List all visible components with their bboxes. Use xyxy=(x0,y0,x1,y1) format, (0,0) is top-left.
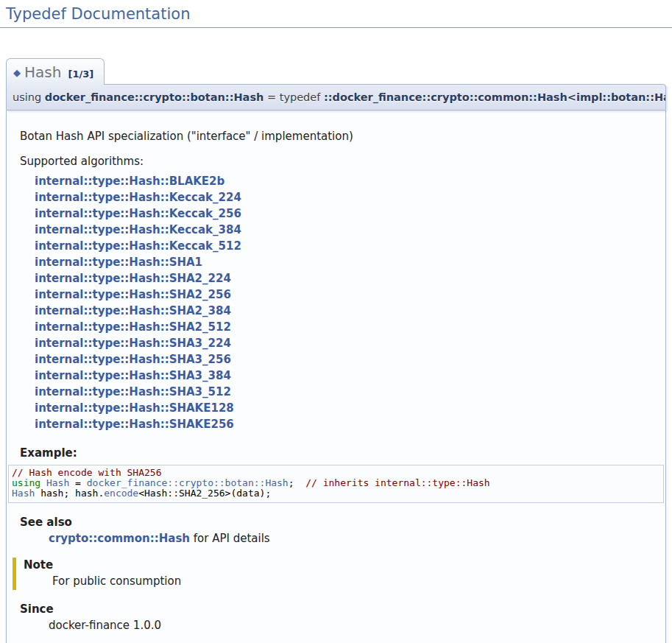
list-item: internal::type::Hash::SHA3_224 xyxy=(35,335,658,351)
algorithm-link[interactable]: internal::type::Hash::SHAKE128 xyxy=(35,401,234,415)
code-encode-link[interactable]: encode xyxy=(104,488,138,499)
algorithm-link[interactable]: internal::type::Hash::SHA2_224 xyxy=(35,272,231,285)
list-item: internal::type::Hash::SHA3_256 xyxy=(35,351,658,368)
code-text: hash; hash. xyxy=(35,488,104,499)
note-text: For public consumption xyxy=(52,575,658,588)
typedef-member-item: ◆Hash [1/3] using docker_finance::crypto… xyxy=(6,58,666,643)
algorithm-link[interactable]: internal::type::Hash::SHA3_224 xyxy=(35,337,231,350)
see-also-label: See also xyxy=(20,516,658,529)
example-label: Example: xyxy=(20,446,652,460)
code-comment: // Hash encode with SHA256 xyxy=(12,467,162,478)
list-item: internal::type::Hash::SHAKE256 xyxy=(35,416,658,432)
code-text: ; xyxy=(289,477,305,488)
algorithm-link[interactable]: internal::type::Hash::SHA3_384 xyxy=(35,369,231,382)
see-also-section: See also crypto::common::Hash for API de… xyxy=(20,516,658,545)
algorithm-link[interactable]: internal::type::Hash::Keccak_256 xyxy=(35,207,241,220)
note-section: Note For public consumption xyxy=(13,558,658,590)
list-item: internal::type::Hash::SHA3_512 xyxy=(35,384,658,400)
algorithm-link[interactable]: internal::type::Hash::SHA1 xyxy=(35,256,202,269)
algorithm-link[interactable]: internal::type::Hash::SHA2_384 xyxy=(35,304,231,317)
member-name: Hash xyxy=(24,63,61,81)
algorithm-link[interactable]: internal::type::Hash::Keccak_224 xyxy=(35,191,241,204)
algorithm-link[interactable]: internal::type::Hash::SHA3_512 xyxy=(35,385,231,398)
algorithm-link[interactable]: internal::type::Hash::SHA3_256 xyxy=(35,353,231,366)
typedef-connector: = typedef xyxy=(264,91,324,103)
see-also-content: crypto::common::Hash for API details xyxy=(49,532,658,545)
page-title: Typedef Documentation xyxy=(0,0,672,28)
algorithm-link[interactable]: internal::type::Hash::BLAKE2b xyxy=(35,175,224,188)
list-item: internal::type::Hash::SHA2_256 xyxy=(35,287,658,303)
code-line: using Hash = docker_finance::crypto::bot… xyxy=(12,478,660,488)
list-item: internal::type::Hash::Keccak_224 xyxy=(35,189,658,205)
code-text: = xyxy=(69,477,86,488)
code-keyword: using xyxy=(12,477,46,488)
code-example-block: // Hash encode with SHA256using Hash = d… xyxy=(8,465,664,503)
supported-algorithms-list: internal::type::Hash::BLAKE2b internal::… xyxy=(35,173,658,432)
algorithm-link[interactable]: internal::type::Hash::SHA2_512 xyxy=(35,320,231,334)
list-item: internal::type::Hash::Keccak_512 xyxy=(35,238,658,254)
using-keyword: using xyxy=(13,91,45,103)
since-label: Since xyxy=(20,602,658,616)
algorithm-link[interactable]: internal::type::Hash::Keccak_384 xyxy=(35,223,241,236)
algorithms-label: Supported algorithms: xyxy=(20,155,652,168)
typedef-name-link[interactable]: docker_finance::crypto::botan::Hash xyxy=(45,91,264,103)
typedef-prototype: using docker_finance::crypto::botan::Has… xyxy=(6,84,666,110)
code-hash-link[interactable]: Hash xyxy=(46,477,69,488)
list-item: internal::type::Hash::Keccak_384 xyxy=(35,222,658,238)
note-label: Note xyxy=(24,558,658,572)
list-item: internal::type::Hash::SHA1 xyxy=(35,254,658,270)
list-item: internal::type::Hash::SHA2_384 xyxy=(35,303,658,319)
member-documentation: Botan Hash API specialization ("interfac… xyxy=(6,110,666,643)
algorithm-link[interactable]: internal::type::Hash::SHAKE256 xyxy=(35,418,234,431)
code-botan-hash-link[interactable]: docker_finance::crypto::botan::Hash xyxy=(87,477,289,488)
since-text: docker-finance 1.0.0 xyxy=(49,619,658,632)
permalink-anchor-icon[interactable]: ◆ xyxy=(13,67,21,78)
code-line: Hash hash; hash.encode<Hash::SHA2_256>(d… xyxy=(12,488,660,499)
list-item: internal::type::Hash::Keccak_256 xyxy=(35,205,658,222)
description-text: Botan Hash API specialization ("interfac… xyxy=(20,130,652,143)
list-item: internal::type::Hash::SHA3_384 xyxy=(35,368,658,384)
algorithm-link[interactable]: internal::type::Hash::Keccak_512 xyxy=(35,239,241,253)
code-comment: // inherits internal::type::Hash xyxy=(305,477,489,488)
list-item: internal::type::Hash::SHAKE128 xyxy=(35,400,658,416)
code-line: // Hash encode with SHA256 xyxy=(12,468,660,478)
code-text: <Hash::SHA2_256>(data); xyxy=(138,488,271,499)
see-also-suffix: for API details xyxy=(190,532,270,545)
list-item: internal::type::Hash::SHA2_512 xyxy=(35,319,658,335)
algorithm-link[interactable]: internal::type::Hash::SHA2_256 xyxy=(35,288,231,301)
typedef-target-type-link[interactable]: ::docker_finance::crypto::common::Hash<i… xyxy=(324,91,666,103)
list-item: internal::type::Hash::BLAKE2b xyxy=(35,173,658,189)
member-title-tab: ◆Hash [1/3] xyxy=(6,58,105,85)
code-hash-link[interactable]: Hash xyxy=(12,488,35,499)
list-item: internal::type::Hash::SHA2_224 xyxy=(35,270,658,287)
member-overload-index: [1/3] xyxy=(68,68,93,80)
since-section: Since docker-finance 1.0.0 xyxy=(20,602,658,632)
common-hash-link[interactable]: crypto::common::Hash xyxy=(49,532,190,545)
